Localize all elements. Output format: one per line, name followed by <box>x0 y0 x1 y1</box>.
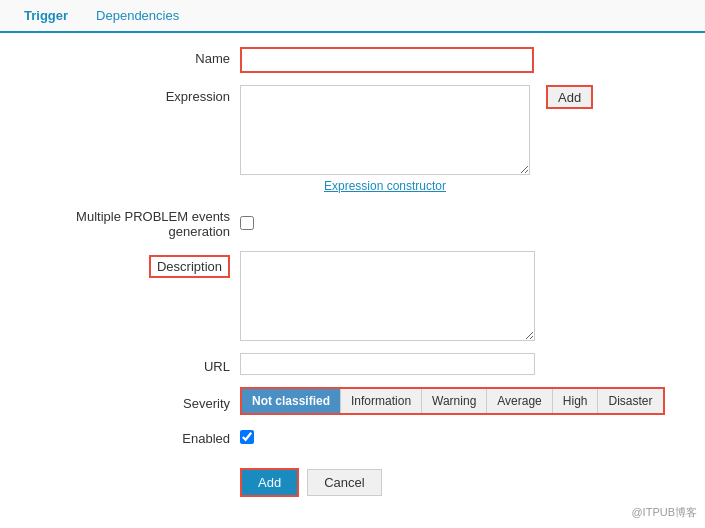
severity-warning[interactable]: Warning <box>422 389 487 413</box>
expression-label: Expression <box>20 85 240 104</box>
severity-disaster[interactable]: Disaster <box>598 389 662 413</box>
severity-high[interactable]: High <box>553 389 599 413</box>
name-label: Name <box>20 47 240 66</box>
url-label: URL <box>20 355 240 374</box>
severity-group: Not classified Information Warning Avera… <box>240 387 665 415</box>
url-row: URL <box>20 353 685 375</box>
expression-textarea[interactable] <box>240 85 530 175</box>
description-row: Description <box>20 251 685 341</box>
name-row: Name <box>20 47 685 73</box>
multiple-problem-row: Multiple PROBLEM events generation <box>20 205 685 239</box>
enabled-row: Enabled <box>20 427 685 446</box>
tab-dependencies[interactable]: Dependencies <box>82 0 193 31</box>
expression-row: Expression Add Expression constructor <box>20 85 685 193</box>
severity-row: Severity Not classified Information Warn… <box>20 387 685 415</box>
severity-information[interactable]: Information <box>341 389 422 413</box>
severity-average[interactable]: Average <box>487 389 552 413</box>
severity-not-classified[interactable]: Not classified <box>242 389 341 413</box>
form-area: Name Expression Add Expression construct… <box>0 33 705 517</box>
add-expression-button[interactable]: Add <box>546 85 593 109</box>
watermark: @ITPUB博客 <box>631 505 697 520</box>
enabled-label: Enabled <box>20 427 240 446</box>
tab-bar: Trigger Dependencies <box>0 0 705 33</box>
description-label: Description <box>20 251 240 278</box>
add-main-button[interactable]: Add <box>240 468 299 497</box>
action-row: Add Cancel <box>20 458 685 507</box>
enabled-checkbox[interactable] <box>240 430 254 444</box>
description-textarea[interactable] <box>240 251 535 341</box>
severity-label: Severity <box>20 392 240 411</box>
multiple-problem-checkbox[interactable] <box>240 216 254 230</box>
expression-constructor-link[interactable]: Expression constructor <box>324 179 446 193</box>
name-input[interactable] <box>242 49 532 71</box>
cancel-button[interactable]: Cancel <box>307 469 381 496</box>
multiple-problem-label: Multiple PROBLEM events generation <box>20 205 240 239</box>
tab-trigger[interactable]: Trigger <box>10 0 82 33</box>
url-input[interactable] <box>240 353 535 375</box>
